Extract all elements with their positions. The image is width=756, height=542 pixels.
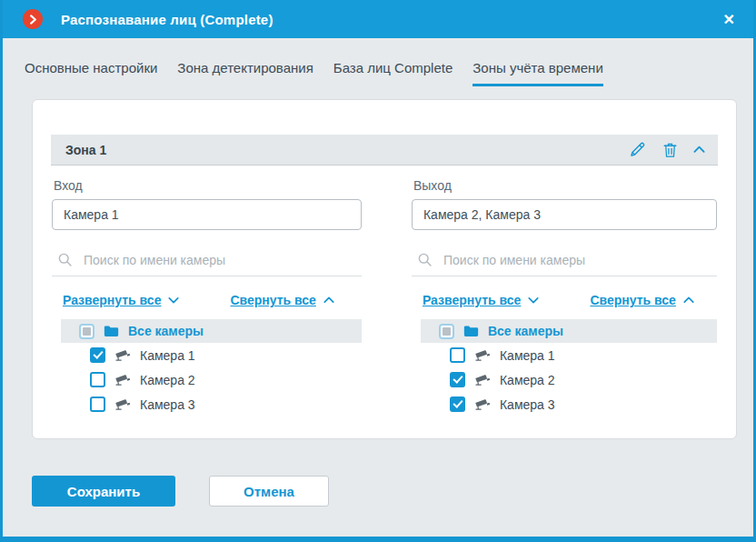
titlebar: Распознавание лиц (Complete) ✕ <box>3 0 753 38</box>
camera-tree-item[interactable]: Камера 1 <box>421 343 717 367</box>
all-cameras-label: Все камеры <box>488 324 563 338</box>
folder-icon <box>104 325 119 337</box>
tree-root-all-cameras[interactable]: Все камеры <box>61 319 362 343</box>
exit-camera-search-input[interactable] <box>443 253 715 267</box>
expand-all-label: Развернуть все <box>423 293 521 307</box>
search-icon <box>417 252 433 267</box>
camera-label: Камера 3 <box>500 397 555 412</box>
edit-zone-pencil-icon[interactable] <box>628 140 647 159</box>
dialog-window: Распознавание лиц (Complete) ✕ Основные … <box>0 0 756 542</box>
collapse-all-label: Свернуть все <box>590 293 675 307</box>
collapse-zone-chevron-up-icon[interactable] <box>693 146 705 154</box>
exit-camera-tree: Все камеры Камера 1 Каме <box>421 319 717 417</box>
cctv-camera-icon <box>114 348 131 362</box>
chevron-down-icon <box>168 296 179 304</box>
exit-tree-links: Развернуть все Свернуть все <box>412 293 717 307</box>
close-icon[interactable]: ✕ <box>720 9 739 30</box>
entry-label: Вход <box>54 178 362 193</box>
entry-camera-search-input[interactable] <box>84 253 360 267</box>
camera-label: Камера 2 <box>140 373 195 387</box>
camera-checkbox[interactable] <box>450 372 465 387</box>
save-button[interactable]: Сохранить <box>32 476 175 507</box>
chevron-up-icon <box>323 296 334 304</box>
exit-column: Выход Развернуть все Свернуть все <box>412 178 717 417</box>
tab-basic-settings[interactable]: Основные настройки <box>25 60 157 86</box>
cctv-camera-icon <box>114 373 131 386</box>
camera-tree-item[interactable]: Камера 3 <box>61 392 362 417</box>
tab-time-tracking-zones[interactable]: Зоны учёта времени <box>472 60 602 86</box>
camera-checkbox[interactable] <box>450 347 465 363</box>
camera-label: Камера 2 <box>500 373 555 387</box>
chevron-down-icon <box>528 296 539 304</box>
camera-tree-item[interactable]: Камера 2 <box>421 367 717 392</box>
camera-label: Камера 3 <box>140 397 195 412</box>
entry-cameras-input[interactable] <box>52 199 362 230</box>
zone-actions <box>628 140 705 159</box>
tab-detection-zone[interactable]: Зона детектирования <box>177 60 313 86</box>
search-icon <box>57 252 73 267</box>
all-cameras-checkbox[interactable] <box>79 324 94 339</box>
cctv-camera-icon <box>474 397 491 411</box>
folder-icon <box>463 325 479 337</box>
expand-all-link[interactable]: Развернуть все <box>63 293 179 307</box>
camera-checkbox[interactable] <box>90 347 105 363</box>
all-cameras-checkbox[interactable] <box>439 324 454 339</box>
expand-all-link[interactable]: Развернуть все <box>423 293 539 307</box>
exit-label: Выход <box>413 178 717 193</box>
exit-camera-search <box>412 246 717 276</box>
entry-camera-tree: Все камеры Камера 1 Каме <box>61 319 362 417</box>
cctv-camera-icon <box>474 373 491 386</box>
entry-column: Вход Развернуть все Свернуть все <box>52 178 362 417</box>
cancel-button[interactable]: Отмена <box>209 476 329 507</box>
camera-tree-item[interactable]: Камера 2 <box>61 367 362 392</box>
cctv-camera-icon <box>114 397 131 411</box>
collapse-all-link[interactable]: Свернуть все <box>590 293 693 307</box>
camera-checkbox[interactable] <box>90 372 105 387</box>
camera-checkbox[interactable] <box>90 396 105 412</box>
all-cameras-label: Все камеры <box>128 324 204 338</box>
zone-card: Зона 1 Вход <box>32 99 737 439</box>
collapse-all-label: Свернуть все <box>230 293 315 307</box>
tab-bar: Основные настройки Зона детектирования Б… <box>3 38 753 86</box>
camera-label: Камера 1 <box>140 348 195 363</box>
zone-columns: Вход Развернуть все Свернуть все <box>51 178 718 417</box>
zone-header: Зона 1 <box>51 135 718 166</box>
cctv-camera-icon <box>474 348 491 362</box>
camera-checkbox[interactable] <box>450 396 465 412</box>
entry-camera-search <box>52 246 362 276</box>
camera-tree-item[interactable]: Камера 3 <box>421 392 717 417</box>
tree-root-all-cameras[interactable]: Все камеры <box>421 319 717 343</box>
window-title: Распознавание лиц (Complete) <box>61 12 274 27</box>
zone-title: Зона 1 <box>65 143 106 157</box>
exit-cameras-input[interactable] <box>412 199 717 230</box>
chevron-up-icon <box>683 296 694 304</box>
camera-label: Камера 1 <box>500 348 555 363</box>
camera-tree-item[interactable]: Камера 1 <box>61 343 362 367</box>
app-logo-icon <box>23 9 43 29</box>
expand-all-label: Развернуть все <box>63 293 161 307</box>
delete-zone-trash-icon[interactable] <box>662 141 679 159</box>
footer: Сохранить Отмена <box>32 476 753 507</box>
entry-tree-links: Развернуть все Свернуть все <box>52 293 362 307</box>
tab-face-database[interactable]: База лиц Complete <box>333 60 453 86</box>
collapse-all-link[interactable]: Свернуть все <box>230 293 333 307</box>
